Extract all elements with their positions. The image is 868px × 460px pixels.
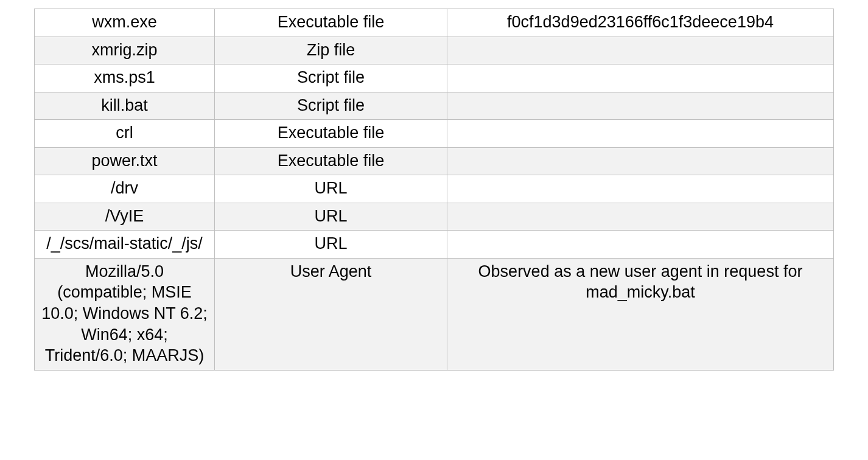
cell-note [447,231,834,259]
cell-name: /_/scs/mail-static/_/js/ [35,231,215,259]
cell-note [447,37,834,64]
table-cell-text: URL [314,234,347,253]
cell-name: /drv [35,175,215,203]
cell-note [447,92,834,120]
cell-type: Executable file [215,147,447,175]
cell-type: User Agent [215,258,447,370]
table-cell-text: Script file [297,68,365,86]
table-cell-text: /_/scs/mail-static/_/js/ [46,234,203,253]
page: wxm.exe Executable file f0cf1d3d9ed23166… [0,0,868,379]
cell-note [447,120,834,148]
table-cell-text: Mozilla/5.0 (compatible; MSIE 10.0; Wind… [41,262,208,364]
table-row: wxm.exe Executable file f0cf1d3d9ed23166… [35,9,834,37]
table-cell-text: User Agent [290,262,372,281]
cell-type: URL [215,175,447,203]
table-row: xmrig.zip Zip file [35,37,834,64]
cell-note: f0cf1d3d9ed23166ff6c1f3deece19b4 [447,9,834,37]
table-row: Mozilla/5.0 (compatible; MSIE 10.0; Wind… [35,258,834,370]
cell-type: Executable file [215,120,447,148]
cell-name: kill.bat [35,92,215,120]
cell-name: /VyIE [35,203,215,231]
cell-note: Observed as a new user agent in request … [447,258,834,370]
cell-type: Executable file [215,9,447,37]
cell-note [447,64,834,92]
table-cell-text: URL [314,179,347,197]
table-cell-text: kill.bat [101,96,148,114]
table-cell-text: Zip file [307,41,355,59]
table-row: crl Executable file [35,120,834,148]
table-row: /VyIE URL [35,203,834,231]
table-row: /drv URL [35,175,834,203]
table-cell-text: Executable file [278,152,385,170]
table-row: /_/scs/mail-static/_/js/ URL [35,231,834,259]
cell-name: crl [35,120,215,148]
cell-note [447,203,834,231]
cell-type: Zip file [215,37,447,64]
ioc-table: wxm.exe Executable file f0cf1d3d9ed23166… [34,9,834,371]
cell-name: xmrig.zip [35,37,215,64]
cell-type: Script file [215,92,447,120]
table-cell-text: Executable file [278,124,385,142]
cell-note [447,147,834,175]
cell-note [447,175,834,203]
table-row: xms.ps1 Script file [35,64,834,92]
table-row: power.txt Executable file [35,147,834,175]
table-cell-text: Script file [297,96,365,114]
cell-name: Mozilla/5.0 (compatible; MSIE 10.0; Wind… [35,258,215,370]
table-cell-text: xmrig.zip [91,41,157,59]
table-cell-text: Observed as a new user agent in request … [478,262,803,302]
table-cell-text: URL [314,207,347,225]
cell-name: xms.ps1 [35,64,215,92]
cell-type: Script file [215,64,447,92]
table-row: kill.bat Script file [35,92,834,120]
table-cell-text: f0cf1d3d9ed23166ff6c1f3deece19b4 [507,13,774,31]
table-cell-text: /drv [111,179,138,197]
table-cell-text: Executable file [278,13,385,31]
table-cell-text: /VyIE [105,207,144,225]
table-cell-text: wxm.exe [92,13,157,31]
cell-name: power.txt [35,147,215,175]
cell-name: wxm.exe [35,9,215,37]
table-cell-text: xms.ps1 [94,68,155,86]
table-cell-text: crl [116,124,133,142]
cell-type: URL [215,203,447,231]
cell-type: URL [215,231,447,259]
table-cell-text: power.txt [91,152,157,170]
